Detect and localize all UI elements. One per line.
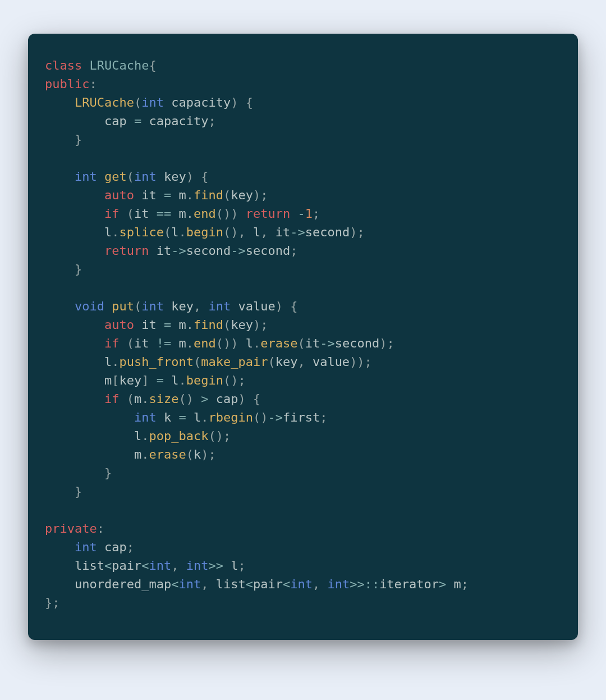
code-token: .	[141, 392, 149, 406]
code-token: ) {	[186, 170, 209, 184]
code-token: end	[194, 336, 216, 350]
code-token	[134, 188, 141, 202]
code-token	[45, 392, 104, 406]
code-token: l	[171, 225, 178, 239]
code-line: l.splice(l.begin(), l, it->second);	[45, 225, 365, 239]
code-token: capacity	[149, 114, 208, 128]
code-token	[171, 410, 178, 424]
code-token: }	[45, 262, 82, 276]
code-token: ));	[350, 355, 372, 369]
code-token: >>	[208, 559, 223, 573]
code-token	[157, 170, 164, 184]
code-token: ) {	[276, 299, 298, 313]
code-line	[45, 503, 52, 517]
code-token: value	[313, 355, 350, 369]
code-token	[134, 318, 141, 332]
code-token: it	[157, 244, 172, 258]
code-token: (	[134, 95, 141, 109]
code-token: it	[141, 188, 157, 202]
code-token: int	[208, 299, 231, 313]
code-token: cap	[104, 114, 127, 128]
code-token: }	[45, 132, 82, 147]
code-line: auto it = m.find(key);	[45, 188, 268, 202]
code-token	[164, 95, 171, 109]
code-token: ,	[194, 299, 209, 313]
code-token: .	[201, 410, 208, 424]
code-line: auto it = m.find(key);	[45, 318, 268, 332]
code-token: ())	[216, 207, 246, 221]
code-token: (	[223, 188, 231, 202]
code-line: l.pop_back();	[45, 429, 231, 443]
code-token: k	[164, 410, 171, 424]
code-line: int cap;	[45, 540, 134, 554]
code-token: -	[297, 207, 305, 221]
code-token	[223, 559, 231, 573]
code-token	[164, 373, 171, 387]
code-token: k	[194, 447, 201, 461]
code-token	[171, 336, 178, 350]
code-line: }	[45, 262, 82, 276]
code-token: ())	[216, 336, 246, 350]
code-token: auto	[104, 318, 134, 332]
code-token: ->	[290, 225, 305, 239]
code-token	[45, 95, 75, 109]
code-token: m	[178, 188, 186, 202]
code-token: first	[283, 410, 320, 424]
code-line	[45, 151, 52, 165]
code-token: begin	[186, 373, 223, 387]
code-token: m	[178, 207, 186, 221]
code-line: LRUCache(int capacity) {	[45, 95, 253, 109]
code-token: );	[379, 336, 394, 350]
code-token: key	[231, 318, 253, 332]
code-token	[82, 58, 89, 72]
code-token: m	[104, 373, 112, 387]
code-token: if	[104, 392, 120, 406]
code-token: l	[104, 355, 112, 369]
code-token: ;	[290, 244, 297, 258]
code-token: (	[134, 299, 141, 313]
code-token: pair	[112, 559, 141, 573]
code-token: make_pair	[201, 355, 268, 369]
code-window: class LRUCache{ public: LRUCache(int cap…	[28, 34, 578, 640]
code-token: splice	[119, 225, 163, 239]
code-token	[45, 540, 75, 554]
code-token	[149, 244, 156, 258]
code-token: l	[253, 225, 260, 239]
code-token	[45, 429, 134, 443]
code-token	[45, 373, 104, 387]
code-token	[157, 188, 164, 202]
code-block[interactable]: class LRUCache{ public: LRUCache(int cap…	[45, 56, 561, 612]
code-token: =	[134, 114, 141, 128]
code-token: cap	[104, 540, 127, 554]
code-token	[104, 299, 112, 313]
code-token: ,	[260, 225, 276, 239]
code-token: .	[186, 207, 194, 221]
code-token: cap	[216, 392, 238, 406]
code-token: <	[246, 577, 253, 591]
code-token: 1	[305, 207, 313, 221]
code-line: unordered_map<int, list<pair<int, int>>:…	[45, 577, 469, 591]
code-line: };	[45, 596, 60, 610]
code-token: key	[171, 299, 194, 313]
code-token: =	[164, 188, 171, 202]
code-token: .	[141, 429, 149, 443]
code-token: =	[178, 410, 186, 424]
code-token: =	[157, 373, 164, 387]
code-token	[157, 318, 164, 332]
code-token: find	[194, 318, 223, 332]
code-line: if (m.size() > cap) {	[45, 392, 260, 406]
code-token: key	[164, 170, 186, 184]
code-token: it	[134, 207, 149, 221]
code-token: int	[75, 170, 97, 184]
code-token: .	[253, 336, 260, 350]
code-line: m.erase(k);	[45, 447, 216, 461]
code-token	[45, 318, 104, 332]
code-token	[97, 540, 104, 554]
code-token: it	[141, 318, 157, 332]
code-token: ,	[313, 577, 328, 591]
code-token: second	[246, 244, 290, 258]
code-token: second	[186, 244, 231, 258]
code-token: ;	[127, 540, 134, 554]
code-token: ()	[178, 392, 201, 406]
code-token: };	[45, 596, 60, 610]
